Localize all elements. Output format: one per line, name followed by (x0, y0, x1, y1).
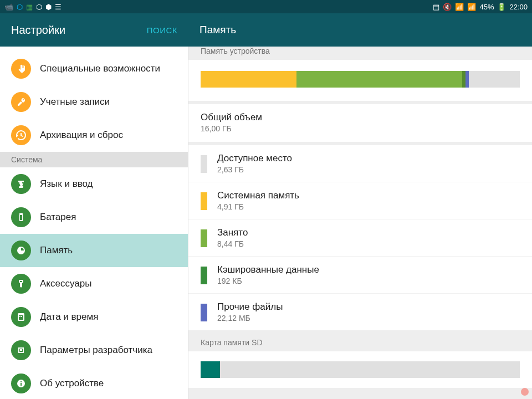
shield-icon: ⬡ (36, 3, 42, 11)
page-title: Память (200, 24, 236, 36)
dev-icon (11, 340, 31, 360)
header-left: Настройки ПОИСК (0, 13, 188, 47)
total-memory-card[interactable]: Общий объем 16,00 ГБ (188, 104, 532, 142)
memory-bar-track (201, 71, 520, 88)
sidebar-item-about[interactable]: Об устройстве (0, 367, 188, 399)
mem-item-used[interactable]: Занято 8,44 ГБ (188, 219, 532, 256)
signal-icon: 📶 (467, 3, 476, 11)
app-icon-2: ☰ (55, 3, 62, 11)
sd-track (201, 361, 520, 378)
accessories-icon (11, 274, 31, 294)
app-header: Настройки ПОИСК Память (0, 13, 532, 47)
swatch (201, 229, 207, 247)
status-right: ▤ 🔇 📶 📶 45% 🔋 22:00 (433, 3, 528, 11)
sidebar-item-label: Батарея (40, 212, 76, 223)
bar-seg-used (296, 71, 463, 88)
mem-item-system[interactable]: Системная память 4,91 ГБ (188, 182, 532, 219)
sidebar-item-label: Об устройстве (40, 378, 104, 389)
status-left: 📹 ⬡ ▦ ⬡ ⬢ ☰ (4, 3, 62, 11)
mem-item-cache[interactable]: Кэшированные данные 192 КБ (188, 256, 532, 293)
cast-icon: ▤ (433, 3, 439, 11)
camera-icon: 📹 (4, 3, 13, 11)
mem-label: Доступное место (217, 153, 292, 164)
main: Специальные возможности Учетные записи А… (0, 47, 532, 399)
swatch (201, 304, 207, 321)
hand-icon (11, 59, 31, 79)
sd-seg (201, 361, 220, 378)
mem-label: Занято (217, 227, 248, 238)
memory-items-card: Доступное место 2,63 ГБ Системная память… (188, 145, 532, 330)
datetime-icon (11, 307, 31, 327)
mem-label: Системная память (217, 190, 299, 201)
search-button[interactable]: ПОИСК (147, 25, 177, 35)
device-memory-label: Память устройства (188, 47, 532, 60)
settings-title: Настройки (11, 24, 65, 37)
wifi-icon: 📶 (455, 3, 464, 11)
mem-value: 4,91 ГБ (217, 202, 299, 211)
info-icon (11, 374, 31, 393)
sidebar-item-datetime[interactable]: Дата и время (0, 300, 188, 334)
memory-icon (11, 241, 31, 260)
sidebar-item-label: Память (40, 245, 73, 256)
sd-bar-card (188, 351, 532, 388)
sidebar-item-label: Дата и время (40, 311, 98, 323)
key-icon (11, 92, 31, 112)
clock: 22:00 (509, 3, 528, 11)
total-row: Общий объем 16,00 ГБ (188, 104, 532, 142)
sidebar-item-language[interactable]: Язык и ввод (0, 167, 188, 201)
battery-icon (11, 207, 31, 227)
sidebar-item-label: Специальные возможности (40, 63, 160, 74)
mem-value: 2,63 ГБ (217, 165, 292, 174)
mem-value: 22,12 МБ (217, 314, 283, 323)
sidebar-item-developer[interactable]: Параметры разработчика (0, 334, 188, 367)
memory-bar-chart (188, 60, 532, 101)
sidebar-item-label: Учетные записи (40, 96, 110, 108)
sd-card-label: Карта памяти SD (188, 334, 532, 351)
backup-icon (11, 125, 31, 145)
sidebar-section-system: Система (0, 152, 188, 167)
bar-seg-other (466, 71, 469, 88)
total-value: 16,00 ГБ (201, 124, 520, 133)
mem-label: Прочие файлы (217, 301, 283, 313)
sidebar-item-label: Параметры разработчика (40, 345, 152, 356)
record-indicator (521, 388, 529, 396)
mem-label: Кэшированные данные (217, 264, 319, 275)
swatch (201, 192, 207, 210)
sd-bar (188, 351, 532, 388)
sidebar-item-label: Язык и ввод (40, 178, 93, 190)
swatch (201, 155, 207, 173)
total-label: Общий объем (201, 112, 520, 123)
sidebar-item-battery[interactable]: Батарея (0, 201, 188, 234)
sidebar-item-accessibility[interactable]: Специальные возможности (0, 52, 188, 85)
bar-seg-system (201, 71, 296, 88)
sidebar-item-label: Аксессуары (40, 278, 91, 289)
mute-icon: 🔇 (443, 3, 452, 11)
mem-value: 192 КБ (217, 277, 319, 285)
battery-icon: 🔋 (497, 3, 506, 11)
sidebar-item-accessories[interactable]: Аксессуары (0, 267, 188, 300)
sidebar-item-memory[interactable]: Память (0, 234, 188, 267)
mem-value: 8,44 ГБ (217, 239, 248, 248)
skype-icon: ⬡ (17, 3, 23, 11)
mem-item-other[interactable]: Прочие файлы 22,12 МБ (188, 293, 532, 330)
adblock-icon: ⬢ (45, 3, 52, 11)
battery-percent: 45% (479, 3, 494, 11)
sidebar[interactable]: Специальные возможности Учетные записи А… (0, 47, 188, 399)
sidebar-item-accounts[interactable]: Учетные записи (0, 85, 188, 119)
memory-bar-card (188, 60, 532, 101)
mem-item-available[interactable]: Доступное место 2,63 ГБ (188, 145, 532, 182)
sidebar-item-label: Архивация и сброс (40, 130, 123, 141)
status-bar: 📹 ⬡ ▦ ⬡ ⬢ ☰ ▤ 🔇 📶 📶 45% 🔋 22:00 (0, 0, 532, 13)
app-icon-1: ▦ (26, 3, 33, 11)
memory-content[interactable]: Память устройства Общий объем 16,00 ГБ (188, 47, 532, 399)
lang-icon (11, 174, 31, 194)
sidebar-item-backup[interactable]: Архивация и сброс (0, 119, 188, 152)
header-right: Память (188, 13, 532, 47)
swatch (201, 267, 207, 284)
